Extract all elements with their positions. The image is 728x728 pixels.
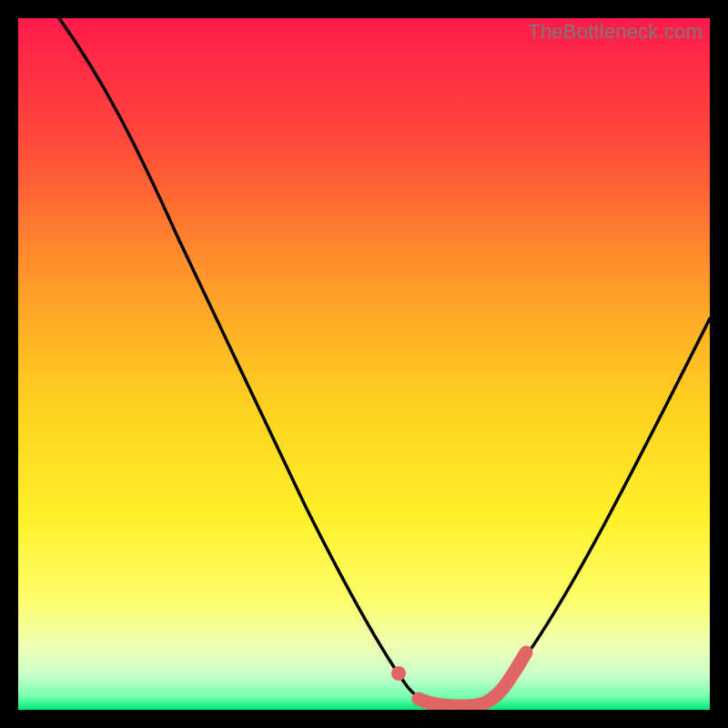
bottleneck-chart [18, 18, 710, 710]
chart-frame: TheBottleneck.com [18, 18, 710, 710]
watermark-text: TheBottleneck.com [528, 20, 703, 44]
optimal-point-marker [391, 666, 406, 681]
